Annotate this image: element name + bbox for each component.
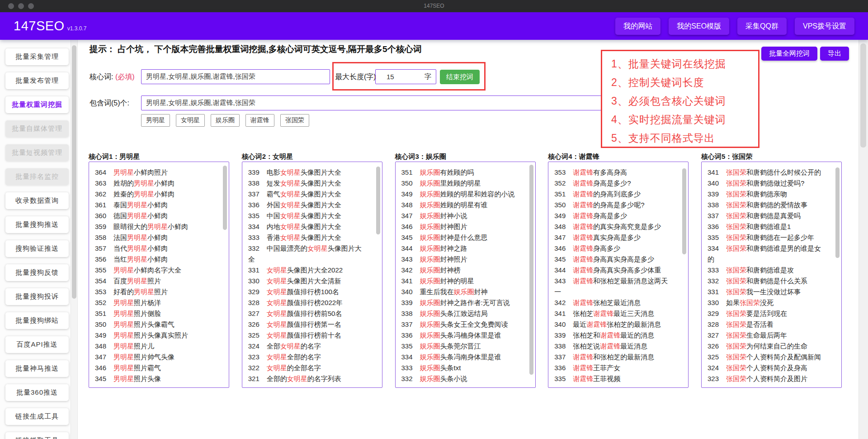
column-header: 核心词3：娱乐圈 <box>395 153 536 162</box>
rank-number: 345 <box>401 232 414 243</box>
keyword-list[interactable]: 339电影女明星头像图片大全338短发女明星头像图片大全337霸气女明星头像图片… <box>242 162 382 388</box>
app-logo-group: 147SEOv1.3.0.7 <box>14 19 86 33</box>
sidebar-scrollbar[interactable] <box>71 40 78 439</box>
keyword-list[interactable]: 353谢霆锋有多高身高352谢霆锋身高是多少?351谢霆锋的身高到底多少350谢… <box>548 162 689 388</box>
rank-number: 338 <box>401 308 414 319</box>
sidebar-item-9[interactable]: 搜狗验证推送 <box>5 240 69 257</box>
sidebar-item-10[interactable]: 批量搜狗反馈 <box>5 264 69 281</box>
sidebar: 批量采集管理批量发布管理批量权重词挖掘批量自媒体管理批量短视频管理批量排名监控收… <box>0 40 71 439</box>
keyword-row: 354百度男明星照片 <box>95 276 213 286</box>
list-scrollbar-thumb[interactable] <box>529 165 533 375</box>
sidebar-item-15[interactable]: 批量360推送 <box>5 384 69 401</box>
keyword-row: 349男明星照片头像真实照片 <box>95 330 213 341</box>
keyword-highlight: 娱乐圈 <box>420 320 440 328</box>
window-scrollbar[interactable] <box>859 40 868 439</box>
keyword-highlight: 女明星 <box>267 310 287 317</box>
nav-button-2[interactable]: 我的SEO模版 <box>669 18 729 35</box>
keyword-row: 360德国男明星小鲜肉 <box>95 210 213 221</box>
sidebar-item-7[interactable]: 收录数据查询 <box>5 192 69 209</box>
keyword-highlight: 张国荣 <box>726 320 746 328</box>
include-word-label: 包含词(5)个: <box>90 95 129 110</box>
rank-number: 330 <box>708 297 720 308</box>
keyword-row: 322女明星的全部名字 <box>248 363 367 373</box>
keyword-highlight: 男明星 <box>127 201 147 209</box>
sidebar-item-16[interactable]: 链接生成工具 <box>5 408 69 425</box>
list-scrollbar-thumb[interactable] <box>376 167 380 234</box>
sidebar-item-11[interactable]: 批量搜狗投诉 <box>5 288 69 305</box>
keyword-highlight: 男明星 <box>127 277 147 285</box>
keyword-highlight: 男明星 <box>134 179 154 187</box>
rank-number: 344 <box>401 243 414 254</box>
keyword-highlight: 娱乐圈 <box>420 375 440 382</box>
list-scrollbar-thumb[interactable] <box>682 168 686 254</box>
list-scrollbar-thumb[interactable] <box>835 167 840 258</box>
batch-mine-all-button[interactable]: 批量全网挖词 <box>761 47 817 61</box>
stop-mining-button[interactable]: 结束挖词 <box>440 70 480 84</box>
rank-number: 323 <box>248 352 260 363</box>
rank-number: 344 <box>554 265 566 276</box>
rank-number: 349 <box>95 330 107 341</box>
keyword-highlight: 娱乐圈 <box>420 364 440 372</box>
rank-number: 333 <box>708 265 720 276</box>
sidebar-item-14[interactable]: 批量神马推送 <box>5 360 69 377</box>
keyword-row: 345娱乐圈封神是什么意思 <box>401 232 520 243</box>
core-word-input[interactable] <box>141 69 330 84</box>
keyword-row: 332中国最漂亮的女明星头像图片大全 <box>248 243 367 265</box>
keyword-row: 351娱乐圈有姓顾的吗 <box>401 167 520 178</box>
sidebar-item-2[interactable]: 批量发布管理 <box>5 72 69 89</box>
keyword-row: 323张国荣个人资料简介及图片 <box>708 373 826 384</box>
maxlen-input[interactable] <box>376 72 407 81</box>
keyword-highlight: 张国荣 <box>726 168 746 176</box>
rank-number: 350 <box>95 319 107 330</box>
window-close-button[interactable] <box>8 3 14 9</box>
keyword-row: 337张国荣和唐鹤德是真爱吗 <box>708 210 826 221</box>
window-zoom-button[interactable] <box>28 3 34 9</box>
keyword-list[interactable]: 364男明星小鲜肉照片363姓胡的男明星小鲜肉362姓秦的男明星小鲜肉361泰国… <box>89 162 229 388</box>
keyword-row: 336张国荣和唐鹤德谁是1 <box>708 221 826 232</box>
keyword-list[interactable]: 351娱乐圈有姓顾的吗350娱乐圈里姓顾的明星349娱乐圈姓顾的明星和姓容的小说… <box>395 162 536 388</box>
sidebar-item-1[interactable]: 批量采集管理 <box>5 48 69 65</box>
keyword-highlight: 娱乐圈 <box>420 179 440 187</box>
keyword-row: 325张国荣个人资料简介及配偶新闻 <box>708 352 826 363</box>
keyword-highlight: 娱乐圈 <box>420 331 440 339</box>
keyword-highlight: 谢霆锋 <box>573 364 593 372</box>
keyword-highlight: 谢霆锋 <box>573 299 593 306</box>
sidebar-scrollbar-thumb[interactable] <box>72 45 76 299</box>
keyword-list[interactable]: 341张国荣和唐鹤德什么时候公开的340张国荣和唐鹤德做过爱吗?339张国荣和唐… <box>701 162 842 388</box>
annotation-overlay: 1、批量关键词在线挖掘2、控制关键词长度3、必须包含核心关键词4、实时挖掘流量关… <box>601 50 760 148</box>
nav-button-4[interactable]: VPS拨号设置 <box>795 18 854 35</box>
core-word-label: 核心词: (必填) <box>90 69 135 84</box>
keyword-row: 350男明星照片头像霸气 <box>95 319 213 330</box>
keyword-highlight: 张国荣 <box>726 201 746 209</box>
rank-number: 325 <box>248 330 260 341</box>
keyword-highlight: 谢霆锋 <box>600 342 620 350</box>
nav-button-1[interactable]: 我的网站 <box>615 18 660 35</box>
export-button[interactable]: 导出 <box>820 47 849 61</box>
rank-number: 327 <box>708 330 720 341</box>
sidebar-item-12[interactable]: 批量搜狗绑站 <box>5 312 69 329</box>
window-scrollbar-thumb[interactable] <box>860 43 866 148</box>
keyword-column-5: 核心词5：张国荣341张国荣和唐鹤德什么时候公开的340张国荣和唐鹤德做过爱吗?… <box>701 153 842 388</box>
sidebar-item-8[interactable]: 批量搜狗推送 <box>5 216 69 233</box>
list-scrollbar-thumb[interactable] <box>223 166 227 230</box>
keyword-highlight: 娱乐圈 <box>454 288 474 296</box>
keyword-highlight: 男明星 <box>113 320 134 328</box>
keyword-row: 326女明星颜值排行榜第一名 <box>248 319 367 330</box>
keyword-row: 337谢霆锋和张柏芝的最新消息 <box>554 352 673 363</box>
keyword-highlight: 娱乐圈 <box>420 201 440 209</box>
sidebar-item-3[interactable]: 批量权重词挖掘 <box>5 96 69 113</box>
rank-number: 333 <box>401 363 414 373</box>
rank-number: 353 <box>95 286 107 297</box>
sidebar-item-13[interactable]: 百度API推送 <box>5 336 69 353</box>
column-header: 核心词1：男明星 <box>89 153 229 162</box>
rank-number: 358 <box>95 232 107 243</box>
sidebar-item-17[interactable]: 链接抓取工具 <box>5 432 69 439</box>
window-minimize-button[interactable] <box>18 3 24 9</box>
nav-button-3[interactable]: 采集QQ群 <box>737 18 787 35</box>
app-logo: 147SEO <box>14 19 65 33</box>
rank-number: 323 <box>708 373 720 384</box>
rank-number: 325 <box>708 352 720 363</box>
keyword-row: 344谢霆锋身高真实身高多少体重 <box>554 265 673 276</box>
keyword-highlight: 娱乐圈 <box>420 353 440 361</box>
keyword-highlight: 谢霆锋 <box>600 331 620 339</box>
